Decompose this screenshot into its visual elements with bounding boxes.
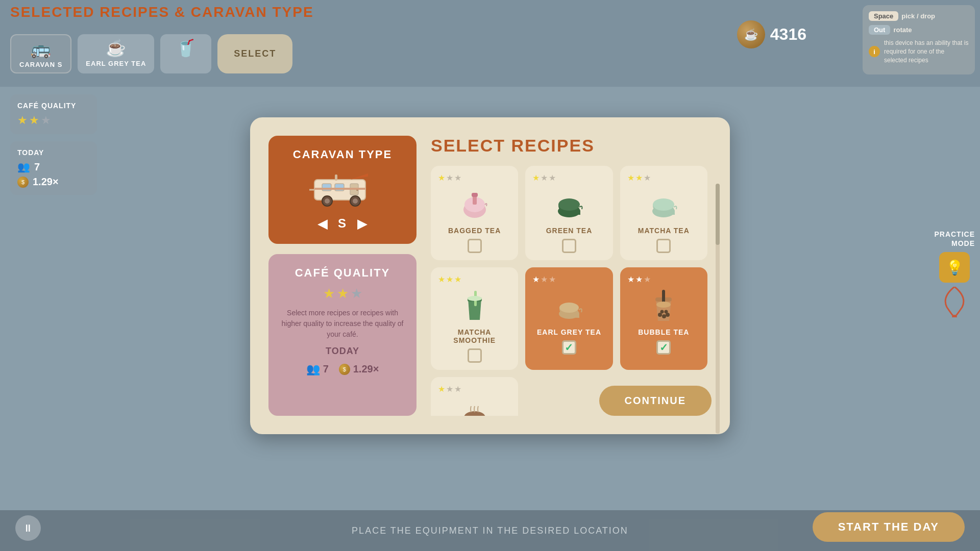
earl-grey-image (551, 288, 587, 324)
bubble-tea-checkbox[interactable]: ✓ (656, 340, 671, 355)
matcha-smoothie-image (457, 288, 493, 324)
recipe-card-green-tea[interactable]: ★ ★ ★ GREEN TEA (525, 166, 612, 260)
stat-customers: 👥 7 (306, 363, 329, 376)
stat-multiplier: $ 1.29× (339, 363, 379, 375)
bubble-tea-name: BUBBLE TEA (638, 328, 689, 336)
continue-button[interactable]: CONTINUE (599, 386, 712, 416)
earl-grey-name: EARL GREY TEA (537, 328, 601, 336)
svg-point-9 (353, 198, 358, 204)
earl-grey-checkmark: ✓ (565, 341, 573, 354)
quality-title: CAFÉ QUALITY (295, 266, 390, 280)
svg-point-29 (662, 314, 666, 318)
recipe-card-matcha-smoothie[interactable]: ★ ★ ★ (431, 267, 518, 370)
matcha-smoothie-name: MATCHA SMOOTHIE (438, 328, 511, 344)
stat-coin-icon: $ (339, 364, 350, 375)
modal-left: CARAVAN TYPE (268, 136, 416, 416)
matcha-tea-name: MATCHA TEA (638, 227, 690, 235)
green-tea-image (551, 187, 587, 222)
recipe-card-matcha-tea[interactable]: ★ ★ ★ MATCHA TEA (620, 166, 707, 260)
recipe-card-english[interactable]: ★ ★ ★ (431, 377, 518, 416)
svg-point-20 (653, 198, 674, 211)
matcha-smoothie-stars: ★ ★ ★ (438, 274, 461, 284)
svg-point-7 (325, 198, 330, 204)
caravan-next-button[interactable]: ▶ (357, 216, 368, 232)
svg-rect-16 (472, 193, 478, 197)
bubble-tea-checkmark: ✓ (659, 341, 668, 354)
english-image (457, 398, 493, 416)
caravan-nav: ◀ S ▶ (317, 216, 368, 232)
modal-right: SELECT RECIPES ★ ★ ★ (431, 136, 712, 416)
quality-panel: CAFÉ QUALITY ★ ★ ★ Select more recipes o… (268, 254, 416, 416)
caravan-panel-title: CARAVAN TYPE (293, 148, 392, 161)
recipes-grid: ★ ★ ★ BAGGED TEA (431, 166, 712, 416)
quality-description: Select more recipes or recipes with high… (281, 308, 404, 340)
bagged-tea-name: BAGGED TEA (448, 227, 501, 235)
svg-point-32 (665, 310, 668, 313)
stat-customers-value: 7 (323, 363, 329, 375)
bagged-tea-stars: ★ ★ ★ (438, 173, 461, 183)
recipe-card-earl-grey[interactable]: ★ ★ ★ EARL GREY TEA ✓ (525, 267, 612, 370)
stat-multiplier-value: 1.29× (353, 363, 379, 375)
recipes-title: SELECT RECIPES (431, 136, 712, 156)
quality-star-2: ★ (337, 286, 349, 302)
modal-overlay: CARAVAN TYPE (0, 0, 980, 551)
stat-people-icon: 👥 (306, 363, 320, 376)
svg-point-25 (559, 303, 579, 313)
matcha-tea-stars: ★ ★ ★ (627, 173, 651, 183)
green-tea-stars: ★ ★ ★ (532, 173, 556, 183)
caravan-illustration (309, 169, 376, 208)
modal: CARAVAN TYPE (250, 117, 730, 434)
caravan-panel: CARAVAN TYPE (268, 136, 416, 244)
bagged-tea-image (457, 187, 493, 222)
recipe-card-bagged-tea[interactable]: ★ ★ ★ BAGGED TEA (431, 166, 518, 260)
scrollbar-track (716, 184, 720, 434)
svg-point-33 (656, 302, 671, 308)
recipe-card-bubble-tea[interactable]: ★ ★ ★ (620, 267, 707, 370)
svg-point-18 (558, 198, 580, 211)
scrollbar-thumb[interactable] (716, 184, 720, 245)
svg-rect-11 (314, 188, 365, 190)
bubble-tea-image (646, 288, 681, 324)
green-tea-checkbox[interactable] (562, 239, 576, 253)
bubble-tea-stars: ★ ★ ★ (627, 274, 651, 284)
svg-rect-12 (335, 174, 337, 181)
svg-point-23 (468, 296, 482, 301)
quality-today-label: TODAY (326, 346, 359, 357)
quality-stats: 👥 7 $ 1.29× (306, 363, 379, 376)
svg-point-31 (660, 310, 664, 313)
earl-grey-stars: ★ ★ ★ (532, 274, 556, 284)
green-tea-name: GREEN TEA (546, 227, 593, 235)
matcha-tea-checkbox[interactable] (656, 239, 671, 253)
quality-stars: ★ ★ ★ (323, 286, 362, 302)
bagged-tea-checkbox[interactable] (468, 239, 482, 253)
quality-star-1: ★ (323, 286, 335, 302)
earl-grey-checkbox[interactable]: ✓ (562, 340, 576, 355)
caravan-size: S (338, 216, 347, 231)
quality-star-3: ★ (351, 286, 362, 302)
matcha-smoothie-checkbox[interactable] (468, 348, 482, 363)
english-stars: ★ ★ ★ (438, 384, 461, 394)
matcha-tea-image (646, 187, 681, 222)
caravan-prev-button[interactable]: ◀ (317, 216, 328, 232)
